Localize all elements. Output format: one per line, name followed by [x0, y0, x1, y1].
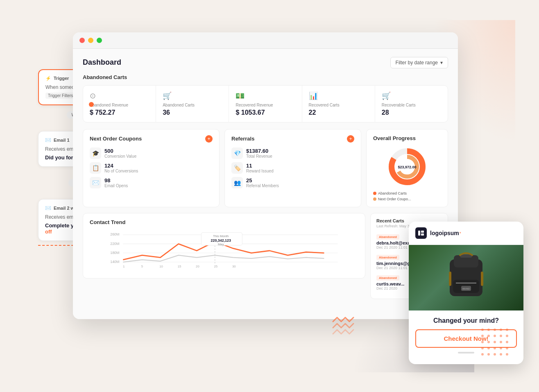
- coupon-info-1: 124 No of Conversions: [104, 163, 138, 173]
- svg-point-48: [500, 341, 502, 343]
- coupon-info-2: 98 Email Opens: [104, 177, 128, 188]
- bottom-row: Contact Trend 260M 220M 180M 140M: [83, 213, 448, 299]
- svg-point-35: [481, 329, 484, 331]
- cart-badge-0: Abandoned: [376, 234, 399, 240]
- svg-text:260M: 260M: [110, 232, 119, 236]
- coupon-info-0: 500 Conversion Value: [104, 148, 136, 159]
- logo-asterisk: *: [460, 231, 461, 236]
- referrals-header: Referrals +: [231, 135, 354, 143]
- stat-value-3: 22: [309, 109, 368, 116]
- stats-row: ⊙ Abandoned Revenue $ 752.27 🛒 Abandoned…: [83, 85, 448, 122]
- svg-point-39: [506, 329, 508, 331]
- browser-content: Dashboard Filter by date range ▾ Abandon…: [73, 49, 458, 319]
- traffic-light-yellow[interactable]: [88, 38, 93, 43]
- svg-point-42: [494, 335, 496, 337]
- referral-info-0: $1387.60 Total Revenue: [246, 148, 272, 159]
- svg-point-54: [506, 347, 508, 349]
- svg-text:5: 5: [141, 265, 143, 268]
- referrals-title: Referrals: [231, 136, 254, 142]
- dashboard: Dashboard Filter by date range ▾ Abandon…: [73, 49, 458, 319]
- svg-text:10: 10: [159, 265, 163, 268]
- abandoned-carts-section: Abandoned Carts ⊙ Abandoned Revenue $ 75…: [83, 74, 448, 122]
- lightning-icon: ⚡: [45, 76, 51, 81]
- stat-label-4: Recoverable Carts: [382, 103, 441, 107]
- coupons-add-button[interactable]: +: [205, 135, 213, 143]
- donut-value: $23,972.00: [398, 165, 416, 169]
- svg-text:25: 25: [214, 265, 218, 268]
- middle-sections: Next Order Coupons + 🎓 500 Conversion Va…: [83, 129, 448, 207]
- logo-text-container: logoipsum *: [430, 230, 461, 236]
- stat-card-abandoned-carts: 🛒 Abandoned Carts 36: [156, 86, 229, 122]
- svg-text:May: May: [218, 242, 224, 246]
- traffic-light-green[interactable]: [97, 38, 102, 43]
- abandoned-carts-icon: 🛒: [163, 91, 222, 100]
- abandoned-carts-title: Abandoned Carts: [83, 74, 448, 80]
- referrals-section: Referrals + 💎 $1387.60 Total Revenue 🏷️: [224, 129, 361, 207]
- browser-window: Dashboard Filter by date range ▾ Abandon…: [73, 32, 458, 319]
- referral-icon-2: 👥: [231, 177, 243, 188]
- svg-point-37: [494, 329, 496, 331]
- recoverable-carts-icon: 🛒: [382, 91, 441, 100]
- svg-point-58: [500, 353, 502, 356]
- svg-text:140M: 140M: [110, 260, 119, 264]
- logo-icon: [415, 227, 427, 239]
- referrals-add-button[interactable]: +: [347, 135, 354, 143]
- dash-header: Dashboard Filter by date range ▾: [83, 57, 448, 68]
- wave-decoration: [331, 315, 356, 342]
- svg-text:220,342,123: 220,342,123: [211, 238, 231, 242]
- email-icon-2: ✉️: [45, 205, 51, 211]
- referral-icon-0: 💎: [231, 147, 243, 159]
- svg-point-40: [481, 335, 484, 337]
- popup-logo-bar: logoipsum *: [409, 222, 523, 245]
- referral-info-1: 11 Reward Issued: [246, 163, 274, 173]
- stat-value-4: 28: [382, 109, 441, 116]
- recovered-revenue-icon: 💵: [236, 91, 295, 100]
- svg-point-59: [506, 353, 508, 356]
- svg-text:1: 1: [123, 265, 125, 268]
- traffic-light-red[interactable]: [79, 38, 85, 43]
- coupons-header: Next Order Coupons +: [90, 135, 213, 143]
- stat-value-0: $ 752.27: [90, 109, 149, 116]
- coupons-title: Next Order Coupons: [90, 136, 142, 142]
- svg-point-53: [500, 347, 502, 349]
- backpack-svg: BRAND: [442, 247, 491, 308]
- legend-coupons: Next Order Coupo...: [373, 197, 441, 201]
- svg-point-36: [487, 329, 490, 331]
- coupon-metric-1: 📋 124 No of Conversions: [90, 162, 213, 174]
- svg-point-45: [481, 341, 484, 343]
- trend-title: Contact Trend: [90, 219, 358, 225]
- coupon-metric-2: ✉️ 98 Email Opens: [90, 177, 213, 188]
- svg-text:15: 15: [178, 265, 181, 268]
- coupon-metric-0: 🎓 500 Conversion Value: [90, 147, 213, 159]
- email-icon-1: ✉️: [45, 137, 51, 143]
- stat-card-abandoned-revenue: ⊙ Abandoned Revenue $ 752.27: [83, 86, 156, 122]
- stat-label-1: Abandoned Carts: [163, 103, 222, 107]
- svg-text:20: 20: [196, 265, 199, 268]
- stat-card-recovered-carts: 📊 Recovered Carts 22: [302, 86, 375, 122]
- svg-point-55: [481, 353, 484, 356]
- stat-card-recovered-revenue: 💵 Recovered Revenue $ 1053.67: [229, 86, 302, 122]
- svg-text:180M: 180M: [110, 250, 119, 254]
- filter-button[interactable]: Filter by date range ▾: [390, 57, 448, 68]
- svg-point-51: [487, 347, 490, 349]
- browser-titlebar: [73, 32, 458, 49]
- svg-point-43: [500, 335, 502, 337]
- referral-icon-1: 🏷️: [231, 162, 243, 174]
- overall-title: Overall Progress: [373, 135, 441, 141]
- svg-rect-23: [418, 231, 420, 236]
- trend-chart: 260M 220M 180M 140M: [90, 230, 358, 271]
- connector-dot: [89, 102, 94, 107]
- recovered-carts-icon: 📊: [309, 91, 368, 100]
- stat-label-0: Abandoned Revenue: [90, 103, 149, 107]
- svg-point-52: [494, 347, 496, 349]
- svg-point-50: [481, 347, 484, 349]
- cart-badge-1: Abandoned: [376, 255, 399, 260]
- donut-chart: $23,972.00: [373, 146, 441, 187]
- abandoned-revenue-icon: ⊙: [90, 91, 149, 100]
- popup-handle: [458, 352, 474, 353]
- popup-product-image: BRAND: [409, 245, 523, 310]
- stat-value-1: 36: [163, 109, 222, 116]
- svg-rect-33: [449, 272, 451, 286]
- svg-point-47: [494, 341, 496, 343]
- referral-metric-2: 👥 25 Referral Members: [231, 177, 354, 188]
